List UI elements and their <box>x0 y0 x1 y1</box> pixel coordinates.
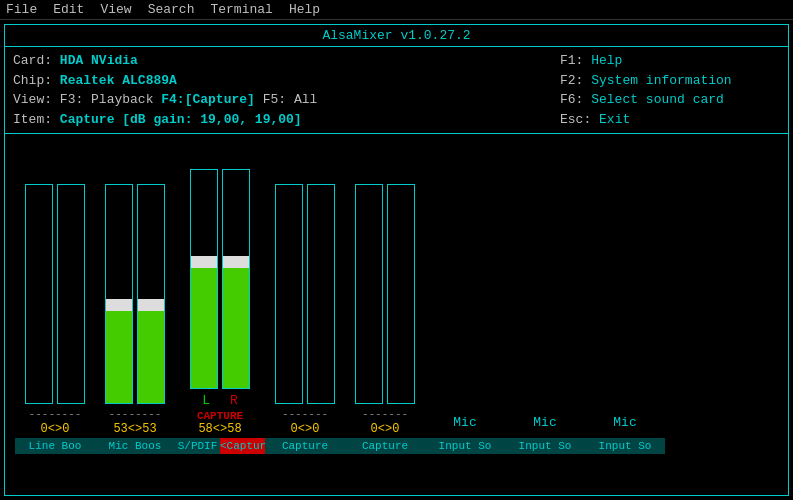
mic-label-3: Mic <box>613 415 636 430</box>
channel-line-boo[interactable]: -------- 0<>0 Line Boo <box>15 174 95 454</box>
fader-left-mic-boos[interactable] <box>105 184 133 404</box>
channel-label-capture-2[interactable]: Capture <box>265 438 345 454</box>
channel-label-input-so-1[interactable]: Input So <box>425 438 505 454</box>
fader-right-mic-boos[interactable] <box>137 184 165 404</box>
channel-capture-3[interactable]: ------- 0<>0 Capture <box>345 174 425 454</box>
nobar-spacer-3: Mic <box>613 204 636 434</box>
mic-label-2: Mic <box>533 415 556 430</box>
fader-right-line-boo[interactable] <box>57 184 85 404</box>
f6-key: F6: <box>560 92 583 107</box>
channel-value-capture-2: 0<>0 <box>291 422 320 436</box>
f2-key: F2: <box>560 73 583 88</box>
card-value-text: HDA NVidia <box>60 53 138 68</box>
menu-search[interactable]: Search <box>148 2 195 17</box>
lr-right-label: R <box>230 393 238 408</box>
channel-value-capture-3: 0<>0 <box>371 422 400 436</box>
fader-container-mic-boos <box>105 174 165 404</box>
channel-spdif[interactable]: L R CAPTURE 58<>58 S/PDIF <Capture <box>175 159 265 454</box>
info-right: F1: Help F2: System information F6: Sele… <box>560 51 780 129</box>
channel-dashes-line-boo: -------- <box>29 408 82 420</box>
chip-label: Chip: <box>13 73 52 88</box>
fader-right-capture-2[interactable] <box>307 184 335 404</box>
info-left: Card: HDA NVidia Chip: Realtek ALC889A V… <box>13 51 560 129</box>
channel-input-so-1[interactable]: Mic Input So <box>425 204 505 454</box>
view-f3-text[interactable]: F3: Playback <box>60 92 154 107</box>
channel-value-spdif: 58<>58 <box>198 422 241 436</box>
fader-left-capture-2[interactable] <box>275 184 303 404</box>
channel-value-mic-boos: 53<>53 <box>113 422 156 436</box>
fader-container-capture-3 <box>355 174 415 404</box>
f6-row: F6: Select sound card <box>560 90 780 110</box>
nobar-spacer-1: Mic <box>453 204 476 434</box>
channel-capture-2[interactable]: ------- 0<>0 Capture <box>265 174 345 454</box>
info-panel: Card: HDA NVidia Chip: Realtek ALC889A V… <box>5 47 788 134</box>
mic-label-1: Mic <box>453 415 476 430</box>
f2-row: F2: System information <box>560 71 780 91</box>
esc-row: Esc: Exit <box>560 110 780 130</box>
app-title: AlsaMixer v1.0.27.2 <box>322 28 470 43</box>
title-bar: AlsaMixer v1.0.27.2 <box>5 25 788 47</box>
channel-label-input-so-3[interactable]: Input So <box>585 438 665 454</box>
mixer-area: -------- 0<>0 Line Boo -------- 53<>53 M… <box>5 134 788 454</box>
fader-left-spdif[interactable] <box>190 169 218 389</box>
menu-view[interactable]: View <box>100 2 131 17</box>
channel-label-capture-3[interactable]: Capture <box>345 438 425 454</box>
channel-label-line-boo[interactable]: Line Boo <box>15 438 95 454</box>
menu-terminal[interactable]: Terminal <box>210 2 272 17</box>
channel-label-spdif[interactable]: S/PDIF <box>175 438 220 454</box>
channel-dashes-mic-boos: -------- <box>109 408 162 420</box>
esc-key: Esc: <box>560 112 591 127</box>
view-f5-text[interactable]: F5: All <box>263 92 318 107</box>
channel-label-mic-boos[interactable]: Mic Boos <box>95 438 175 454</box>
nobar-spacer-2: Mic <box>533 204 556 434</box>
f1-key: F1: <box>560 53 583 68</box>
f1-row: F1: Help <box>560 51 780 71</box>
fader-container-spdif <box>190 159 250 389</box>
main-window: AlsaMixer v1.0.27.2 Card: HDA NVidia Chi… <box>4 24 789 496</box>
fader-container-capture-2 <box>275 174 335 404</box>
chip-value-text: Realtek ALC889A <box>60 73 177 88</box>
lr-left-label: L <box>202 393 210 408</box>
esc-desc-text: Exit <box>599 112 630 127</box>
item-row: Item: Capture [dB gain: 19,00, 19,00] <box>13 110 560 130</box>
fader-left-capture-3[interactable] <box>355 184 383 404</box>
channel-dashes-capture-2: ------- <box>282 408 328 420</box>
item-value-text: Capture [dB gain: 19,00, 19,00] <box>60 112 302 127</box>
fader-right-capture-3[interactable] <box>387 184 415 404</box>
f2-desc-text: System information <box>591 73 731 88</box>
channel-input-so-2[interactable]: Mic Input So <box>505 204 585 454</box>
view-label: View: <box>13 92 52 107</box>
f6-desc-text: Select sound card <box>591 92 724 107</box>
card-row: Card: HDA NVidia <box>13 51 560 71</box>
capture-mode-label: CAPTURE <box>197 410 243 422</box>
channel-label-capture-active[interactable]: <Capture <box>220 438 265 454</box>
view-row: View: F3: Playback F4:[Capture] F5: All <box>13 90 560 110</box>
menu-edit[interactable]: Edit <box>53 2 84 17</box>
menu-help[interactable]: Help <box>289 2 320 17</box>
channel-value-line-boo: 0<>0 <box>41 422 70 436</box>
channel-label-input-so-2[interactable]: Input So <box>505 438 585 454</box>
item-label: Item: <box>13 112 52 127</box>
view-f4-text[interactable]: F4:[Capture] <box>161 92 255 107</box>
channel-input-so-3[interactable]: Mic Input So <box>585 204 665 454</box>
fader-right-spdif[interactable] <box>222 169 250 389</box>
channel-dashes-capture-3: ------- <box>362 408 408 420</box>
fader-container-line-boo <box>25 174 85 404</box>
card-label: Card: <box>13 53 52 68</box>
chip-row: Chip: Realtek ALC889A <box>13 71 560 91</box>
menu-bar: File Edit View Search Terminal Help <box>0 0 793 20</box>
channel-mic-boos[interactable]: -------- 53<>53 Mic Boos <box>95 174 175 454</box>
fader-left-line-boo[interactable] <box>25 184 53 404</box>
f1-desc-text: Help <box>591 53 622 68</box>
menu-file[interactable]: File <box>6 2 37 17</box>
